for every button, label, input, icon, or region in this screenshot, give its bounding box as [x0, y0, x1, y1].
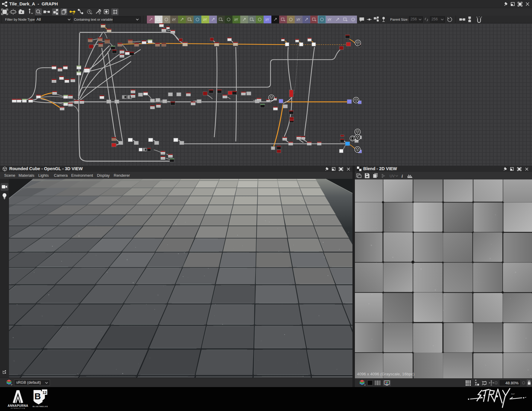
- svg-text:12: 12: [42, 391, 47, 395]
- svg-text:B: B: [34, 391, 41, 401]
- svg-text:INTERACTIVE: INTERACTIVE: [10, 408, 25, 409]
- svg-text:i: i: [402, 174, 403, 179]
- svg-text:BLUETWELVE: BLUETWELVE: [33, 406, 48, 407]
- svg-text:ANNAPURNA: ANNAPURNA: [8, 404, 28, 407]
- svg-text:UV: UV: [390, 174, 395, 178]
- svg-text:RAT: RAT: [511, 393, 515, 395]
- svg-text:4096 x 4096 (Grayscale, 16bpc): 4096 x 4096 (Grayscale, 16bpc): [357, 372, 414, 376]
